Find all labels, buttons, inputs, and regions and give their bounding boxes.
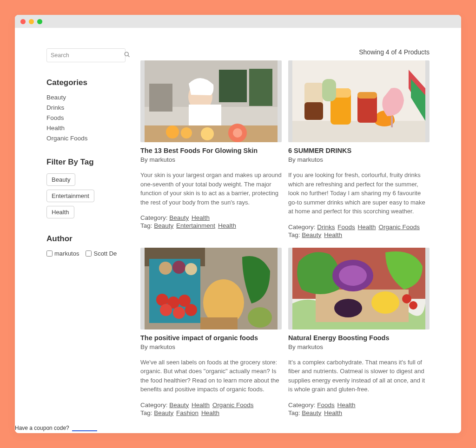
search-icon[interactable] [124,51,131,60]
category-link[interactable]: Foods [317,402,335,408]
tag-link[interactable]: Fashion [176,409,198,416]
category-link[interactable]: Organic Foods [378,224,420,231]
card-excerpt: We've all seen labels on foods at the gr… [140,358,282,394]
card-title[interactable]: Natural Energy Boosting Foods [288,334,430,342]
card-thumbnail[interactable] [288,60,430,142]
card-thumbnail[interactable] [140,60,282,142]
card-byline: By markutos [288,156,430,163]
results-count: Showing 4 of 4 Products [140,48,430,56]
category-link[interactable]: Beauty [169,214,189,221]
main-area: Showing 4 of 4 Products The 13 Best Food… [140,48,430,433]
category-item[interactable]: Beauty [46,94,126,101]
card-excerpt: If you are looking for fresh, corlourful… [288,171,430,216]
category-item[interactable]: Foods [46,114,126,121]
svg-rect-4 [219,70,247,102]
card-category-line: Category: Beauty Health Organic Foods [140,402,282,408]
card-tag-line: Tag: Beauty Entertainment Health [140,222,282,229]
product-card: The 13 Best Foods For Glowing SkinBy mar… [140,60,282,239]
author-label: Scott De [93,250,117,257]
svg-point-14 [233,128,242,138]
tag-link[interactable]: Health [324,231,342,238]
author-label: markutos [54,250,79,257]
category-list: BeautyDrinksFoodsHealthOrganic Foods [46,94,126,142]
browser-window: Categories BeautyDrinksFoodsHealthOrgani… [15,15,461,433]
category-link[interactable]: Drinks [317,224,335,231]
svg-point-49 [402,294,411,303]
svg-rect-16 [292,121,425,142]
coupon-prompt[interactable]: Have a coupon code? [15,425,97,433]
category-link[interactable]: Health [192,214,210,221]
category-link[interactable]: Beauty [169,402,189,408]
tag-link[interactable]: Health [201,409,219,416]
svg-point-37 [173,307,185,319]
card-title[interactable]: The 13 Best Foods For Glowing Skin [140,147,282,154]
window-close-icon[interactable] [20,19,26,24]
category-item[interactable]: Organic Foods [46,135,126,142]
svg-point-40 [248,307,272,328]
search-input[interactable] [51,52,124,59]
svg-rect-41 [200,317,238,329]
search-box[interactable] [46,48,126,62]
svg-point-38 [185,304,197,316]
category-link[interactable]: Foods [337,224,355,231]
tag-link[interactable]: Beauty [154,409,173,416]
categories-heading: Categories [46,78,126,87]
svg-point-12 [201,127,214,140]
card-byline: By markutos [288,343,430,350]
window-minimize-icon[interactable] [29,19,34,24]
category-link[interactable]: Health [192,402,210,408]
product-card: The positive impact of organic foodsBy m… [140,248,282,417]
author-item[interactable]: Scott De [86,250,117,257]
author-checkbox[interactable] [46,250,53,257]
svg-point-46 [339,265,367,286]
svg-point-35 [160,304,172,316]
category-item[interactable]: Drinks [46,104,126,111]
svg-line-1 [128,55,129,57]
card-title[interactable]: 6 SUMMER DRINKS [288,147,430,154]
tag-link[interactable]: Entertainment [176,222,215,229]
category-link[interactable]: Health [358,224,376,231]
page-content: Categories BeautyDrinksFoodsHealthOrgani… [15,28,461,433]
category-link[interactable]: Health [337,402,356,408]
filter-by-tag-heading: Filter By Tag [46,158,126,167]
card-tag-line: Tag: Beauty Health [288,409,430,416]
product-grid: The 13 Best Foods For Glowing SkinBy mar… [140,60,430,417]
tag-link[interactable]: Health [324,409,342,416]
card-byline: By markutos [140,156,282,163]
card-thumbnail[interactable] [288,248,430,329]
card-excerpt: It's a complex carbohydrate. That means … [288,358,430,394]
category-link[interactable]: Organic Foods [212,402,254,408]
card-category-line: Category: Foods Health [288,402,430,408]
tag-list: BeautyEntertainmentHealth [46,173,126,218]
author-checkbox[interactable] [86,250,92,257]
card-category-line: Category: Beauty Health [140,214,282,221]
tag-link[interactable]: Beauty [302,409,321,416]
svg-point-29 [159,262,172,275]
tag-link[interactable]: Beauty [302,231,321,238]
window-maximize-icon[interactable] [37,19,42,24]
svg-point-50 [409,301,417,310]
card-tag-line: Tag: Beauty Health [288,231,430,238]
svg-rect-25 [391,116,393,127]
tag-chip[interactable]: Entertainment [46,190,94,202]
svg-rect-24 [322,79,336,101]
author-item[interactable]: markutos [46,250,79,257]
svg-rect-21 [357,92,377,99]
author-list: markutosScott De [46,250,126,257]
svg-point-0 [125,52,128,56]
svg-point-11 [181,127,192,138]
tag-link[interactable]: Beauty [154,222,173,229]
tag-chip[interactable]: Health [46,206,74,218]
svg-point-47 [371,291,399,314]
svg-rect-23 [304,102,323,120]
tag-chip[interactable]: Beauty [46,173,75,186]
tag-link[interactable]: Health [218,222,236,229]
svg-rect-8 [189,105,221,128]
window-titlebar [15,15,461,28]
category-item[interactable]: Health [46,125,126,132]
card-thumbnail[interactable] [140,248,282,329]
svg-point-48 [334,299,362,317]
card-title[interactable]: The positive impact of organic foods [140,334,282,342]
svg-point-30 [172,261,185,274]
svg-point-10 [166,125,179,138]
